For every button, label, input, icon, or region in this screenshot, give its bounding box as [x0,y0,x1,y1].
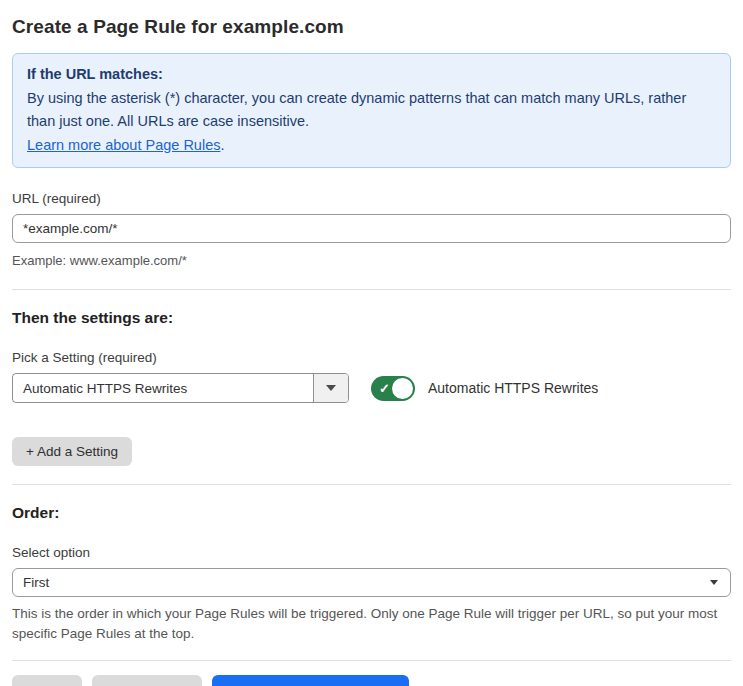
info-box-link-line: Learn more about Page Rules. [27,134,716,158]
order-helper-text: This is the order in which your Page Rul… [12,604,731,644]
url-field-label: URL (required) [12,191,731,206]
setting-toggle[interactable]: ✓ [371,376,415,401]
setting-row: Automatic HTTPS Rewrites ✓ Automatic HTT… [12,373,731,403]
order-section-heading: Order: [12,504,731,522]
page-title: Create a Page Rule for example.com [12,16,731,38]
chevron-down-icon [326,385,336,391]
toggle-knob [392,378,413,399]
toggle-label: Automatic HTTPS Rewrites [428,380,598,396]
add-setting-button[interactable]: + Add a Setting [12,437,132,466]
create-page-rule-panel: Create a Page Rule for example.com If th… [0,0,743,686]
setting-dropdown-button[interactable] [313,374,348,402]
divider [12,484,731,485]
settings-section-heading: Then the settings are: [12,309,731,327]
learn-more-link[interactable]: Learn more about Page Rules [27,137,220,153]
link-suffix: . [220,137,224,153]
pick-setting-label: Pick a Setting (required) [12,350,731,365]
order-select-label: Select option [12,545,731,560]
url-example-helper: Example: www.example.com/* [12,251,731,271]
order-select-value: First [23,575,49,590]
divider [12,289,731,290]
info-box-heading: If the URL matches: [27,63,716,87]
setting-dropdown[interactable]: Automatic HTTPS Rewrites [12,373,349,403]
order-select[interactable]: First [12,568,731,597]
info-box-body: By using the asterisk (*) character, you… [27,87,716,134]
url-match-info-box: If the URL matches: By using the asteris… [12,53,731,168]
check-icon: ✓ [379,381,390,396]
url-input[interactable] [12,214,731,243]
save-deploy-button[interactable]: Save and Deploy Page Rule [212,675,410,686]
cancel-button[interactable]: Cancel [12,675,82,686]
setting-dropdown-value: Automatic HTTPS Rewrites [13,374,313,402]
action-bar: Cancel Save as Draft Save and Deploy Pag… [12,675,731,686]
save-draft-button[interactable]: Save as Draft [92,675,202,686]
chevron-down-icon [710,580,718,585]
divider [12,660,731,661]
